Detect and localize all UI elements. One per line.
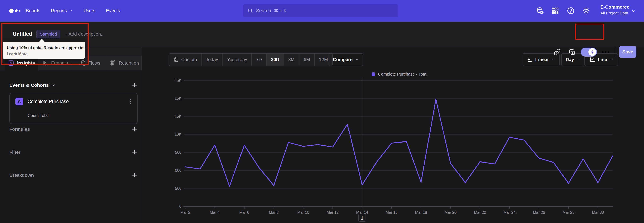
funnels-icon <box>42 60 48 66</box>
range-6m[interactable]: 6M <box>299 54 315 66</box>
event-name[interactable]: Complete Purchase <box>28 99 69 104</box>
range-today[interactable]: Today <box>202 54 223 66</box>
range-7d[interactable]: 7D <box>252 54 267 66</box>
section-filter: Filter <box>10 149 138 156</box>
nav-links: BoardsReportsUsersEvents <box>26 0 120 22</box>
range-yesterday[interactable]: Yesterday <box>223 54 252 66</box>
learn-more-link[interactable]: Learn More <box>7 52 28 56</box>
events-cohorts-header: Events & Cohorts <box>10 82 138 88</box>
logo-dot-small <box>19 10 20 12</box>
pagination-page-1[interactable]: 1 <box>358 214 366 222</box>
save-button[interactable]: Save <box>619 46 636 58</box>
range-label: 12M <box>319 57 328 62</box>
axis-scale-icon <box>527 57 533 62</box>
add-description-button[interactable]: + Add description... <box>65 31 105 37</box>
nav-link-label: Events <box>106 8 120 14</box>
y-tick-label: 7,500 <box>175 150 182 155</box>
series-line[interactable] <box>185 99 613 186</box>
retention-icon <box>110 60 116 66</box>
tab-label: Flows <box>88 60 100 66</box>
add-event-button[interactable] <box>132 82 138 88</box>
apps-grid-icon[interactable] <box>552 7 559 15</box>
x-tick-label: Mar 4 <box>210 210 220 214</box>
settings-gear-icon[interactable] <box>582 7 590 15</box>
nav-link-reports[interactable]: Reports <box>51 8 73 14</box>
top-nav-bar: BoardsReportsUsersEvents E-Commerce All … <box>0 0 644 22</box>
range-30d[interactable]: 30D <box>267 54 284 66</box>
chevron-down-icon <box>577 58 580 61</box>
copy-link-icon[interactable] <box>554 49 561 56</box>
compare-dropdown[interactable]: Compare <box>328 53 363 66</box>
y-tick-label: 5,000 <box>175 168 182 173</box>
project-switcher[interactable]: E-Commerce All Project Data <box>600 4 630 16</box>
x-tick-label: Mar 20 <box>444 210 457 214</box>
nav-icon-group <box>536 7 590 15</box>
x-tick-label: Mar 12 <box>327 210 339 214</box>
search-box[interactable] <box>243 4 398 17</box>
data-settings-icon[interactable] <box>536 7 544 15</box>
nav-link-boards[interactable]: Boards <box>26 8 40 14</box>
chevron-down-icon <box>631 9 636 14</box>
tab-retention[interactable]: Retention <box>107 56 142 70</box>
range-label: Yesterday <box>227 57 247 62</box>
chevron-down-icon[interactable] <box>51 83 56 87</box>
section-label: Formulas <box>10 127 30 132</box>
add-filter-button[interactable] <box>132 149 138 155</box>
range-label: Custom <box>181 57 197 62</box>
x-tick-label: Mar 18 <box>415 210 427 214</box>
line-chart-icon <box>589 57 595 62</box>
event-metric[interactable]: Count Total <box>28 113 49 118</box>
nav-link-users[interactable]: Users <box>84 8 96 14</box>
page-number: 1 <box>361 215 363 220</box>
insights-icon <box>8 60 14 66</box>
range-3m[interactable]: 3M <box>284 54 299 66</box>
event-letter-badge: A <box>16 98 23 105</box>
help-icon[interactable] <box>567 7 574 15</box>
nav-link-label: Boards <box>26 8 40 14</box>
x-tick-label: Mar 2 <box>180 210 190 214</box>
tab-label: Retention <box>119 60 139 66</box>
mixpanel-logo-icon[interactable] <box>9 0 20 22</box>
sampling-toggle[interactable] <box>581 48 597 57</box>
query-sidebar: InsightsFunnelsFlowsRetention Events & C… <box>0 47 142 223</box>
chevron-down-icon <box>610 58 614 61</box>
kebab-menu-icon[interactable] <box>128 99 133 104</box>
more-options-icon[interactable] <box>602 50 610 54</box>
section-formulas: Formulas <box>10 126 138 133</box>
line-chart[interactable]: 02,5005,0007,50010K12.5K15K17.5KMar 2Mar… <box>175 75 624 223</box>
calendar-icon <box>174 57 179 62</box>
query-builder-pane: Events & Cohorts A Complete Purchase Cou… <box>0 70 142 223</box>
event-card[interactable]: A Complete Purchase Count Total <box>10 93 138 124</box>
add-to-board-icon[interactable] <box>568 49 575 56</box>
chart-type-label: Line <box>598 57 607 62</box>
search-icon <box>247 8 253 14</box>
chevron-down-icon <box>69 9 73 13</box>
add-formulas-button[interactable] <box>132 126 138 132</box>
x-tick-label: Mar 28 <box>562 210 574 214</box>
x-tick-label: Mar 10 <box>297 210 309 214</box>
nav-link-events[interactable]: Events <box>106 8 120 14</box>
x-tick-label: Mar 22 <box>474 210 486 214</box>
project-subtitle: All Project Data <box>600 11 630 16</box>
section-breakdown: Breakdown <box>10 172 138 179</box>
compare-label: Compare <box>333 57 352 62</box>
sampled-badge[interactable]: Sampled <box>36 30 60 39</box>
range-label: Today <box>206 57 218 62</box>
y-tick-label: 10K <box>175 132 182 137</box>
chevron-down-icon <box>552 58 555 61</box>
events-cohorts-label[interactable]: Events & Cohorts <box>10 82 49 88</box>
tab-label: Funnels <box>51 60 68 66</box>
add-breakdown-button[interactable] <box>132 172 138 178</box>
logo-dot-medium <box>15 10 18 12</box>
scale-label: Linear <box>535 57 549 62</box>
search-input[interactable] <box>256 8 394 14</box>
y-tick-label: 12.5K <box>175 114 182 119</box>
x-tick-label: Mar 30 <box>592 210 604 214</box>
interval-label: Day <box>566 57 574 62</box>
range-label: 30D <box>271 57 280 62</box>
lightning-icon <box>590 50 594 54</box>
range-custom[interactable]: Custom <box>169 54 202 66</box>
y-tick-label: 0 <box>179 204 182 208</box>
flows-icon <box>79 60 85 66</box>
report-title[interactable]: Untitled <box>13 31 32 37</box>
